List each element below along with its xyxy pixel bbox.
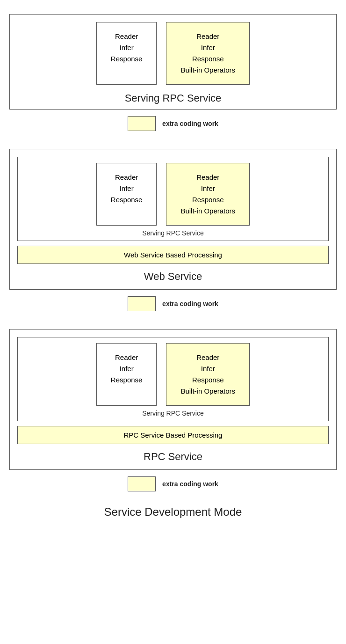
legend2-label: extra coding work — [162, 300, 218, 307]
diagram2-yellow-line2: Infer — [201, 184, 215, 192]
diagram3-inner-service-label: Serving RPC Service — [142, 410, 204, 417]
diagram3-plain-box: Reader Infer Response — [96, 343, 157, 406]
legend1-row: extra coding work — [128, 116, 218, 131]
diagram1-yellow-line2: Infer — [201, 44, 215, 51]
legend3-label: extra coding work — [162, 480, 218, 488]
diagram2-plain-line3: Response — [111, 196, 143, 204]
diagram2-yellow-line3: Response — [192, 196, 224, 204]
diagram1-yellow-line1: Reader — [196, 32, 219, 40]
diagram3-yellow-line1: Reader — [196, 353, 219, 361]
diagram1-plain-line2: Infer — [120, 44, 134, 51]
legend3-row: extra coding work — [128, 476, 218, 491]
legend1-label: extra coding work — [162, 120, 218, 127]
diagram3-yellow-line4: Built-in Operators — [180, 387, 235, 395]
page-title: Service Development Mode — [104, 505, 242, 519]
diagram3-plain-line2: Infer — [120, 365, 134, 373]
diagram3-plain-line3: Response — [111, 376, 143, 384]
diagram3-plain-line1: Reader — [115, 353, 138, 361]
diagram2-plain-box: Reader Infer Response — [96, 163, 157, 226]
diagram2-yellow-line4: Built-in Operators — [180, 207, 235, 215]
diagram3-service-title: RPC Service — [144, 451, 202, 463]
legend3-box — [128, 476, 156, 491]
diagram3-yellow-line2: Infer — [201, 365, 215, 373]
diagram3-yellow-box: Reader Infer Response Built-in Operators — [166, 343, 250, 406]
diagram2-inner-row: Reader Infer Response Reader Infer Respo… — [23, 163, 323, 226]
diagram2-processing-bar: Web Service Based Processing — [17, 246, 329, 264]
diagram2-inner-service-box: Reader Infer Response Reader Infer Respo… — [17, 157, 329, 241]
legend1-box — [128, 116, 156, 131]
legend2-box — [128, 296, 156, 311]
diagram1-inner-row: Reader Infer Response Reader Infer Respo… — [17, 22, 329, 85]
diagram3-yellow-line3: Response — [192, 376, 224, 384]
diagram2-service-title: Web Service — [144, 271, 202, 283]
diagram3-outer-box: Reader Infer Response Reader Infer Respo… — [9, 329, 337, 470]
legend2-row: extra coding work — [128, 296, 218, 311]
diagram1-yellow-box: Reader Infer Response Built-in Operators — [166, 22, 250, 85]
diagram1-plain-line3: Response — [111, 55, 143, 63]
diagram1-box: Reader Infer Response Reader Infer Respo… — [9, 14, 337, 110]
diagram1-plain-line1: Reader — [115, 32, 138, 40]
diagram2-yellow-line1: Reader — [196, 173, 219, 181]
diagram3-processing-bar: RPC Service Based Processing — [17, 426, 329, 444]
diagram3-inner-service-box: Reader Infer Response Reader Infer Respo… — [17, 337, 329, 421]
diagram2-inner-service-label: Serving RPC Service — [142, 229, 204, 237]
diagram3-inner-row: Reader Infer Response Reader Infer Respo… — [23, 343, 323, 406]
diagram2-outer-box: Reader Infer Response Reader Infer Respo… — [9, 149, 337, 290]
diagram2-yellow-box: Reader Infer Response Built-in Operators — [166, 163, 250, 226]
diagram1-yellow-line3: Response — [192, 55, 224, 63]
diagram1-plain-box: Reader Infer Response — [96, 22, 157, 85]
diagram2-plain-line2: Infer — [120, 184, 134, 192]
diagram2-plain-line1: Reader — [115, 173, 138, 181]
diagram1-service-label: Serving RPC Service — [125, 92, 222, 104]
main-container: Reader Infer Response Reader Infer Respo… — [9, 14, 337, 519]
diagram1-yellow-line4: Built-in Operators — [180, 66, 235, 74]
